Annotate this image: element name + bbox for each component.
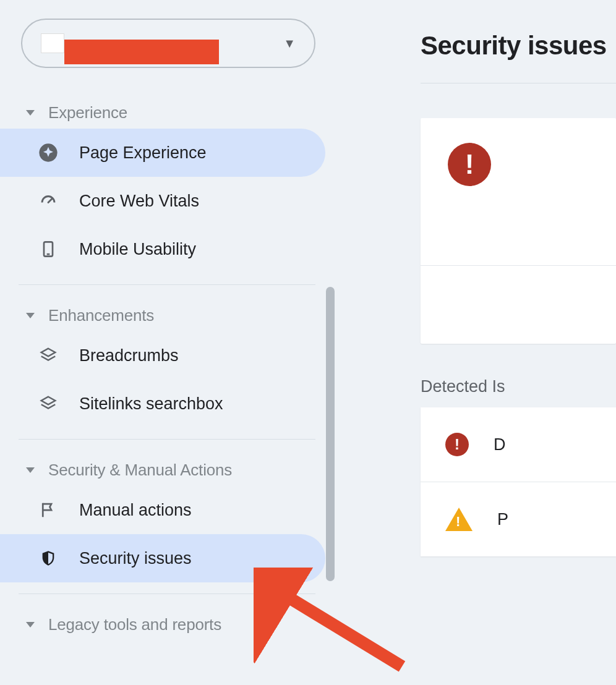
nav-item-label: Sitelinks searchbox: [79, 394, 223, 414]
property-picker[interactable]: y.co… ▼: [21, 19, 315, 68]
nav-item-page-experience[interactable]: Page Experience: [0, 129, 325, 177]
issue-text: D: [494, 435, 506, 454]
section-header-enhancements[interactable]: Enhancements: [0, 300, 334, 331]
layers-icon: [38, 394, 58, 414]
section-header-label: Legacy tools and reports: [48, 615, 221, 634]
section-header-label: Security & Manual Actions: [48, 461, 232, 480]
warning-icon: [445, 508, 473, 531]
chevron-down-icon: [26, 467, 35, 473]
section-header-label: Experience: [48, 103, 127, 122]
issues-list: ! D P: [421, 407, 616, 556]
scrollbar-thumb[interactable]: [326, 287, 335, 581]
divider: [19, 594, 315, 594]
chevron-down-icon: ▼: [283, 36, 296, 51]
nav-item-label: Security issues: [79, 549, 192, 568]
nav-item-sitelinks-searchbox[interactable]: Sitelinks searchbox: [0, 380, 325, 428]
shield-icon: [38, 548, 58, 568]
issue-text: P: [497, 510, 508, 529]
chevron-down-icon: [26, 313, 35, 318]
nav-item-security-issues[interactable]: Security issues: [0, 534, 325, 582]
section-header-security-manual[interactable]: Security & Manual Actions: [0, 454, 334, 486]
nav-item-mobile-usability[interactable]: Mobile Usability: [0, 225, 325, 273]
section-header-legacy[interactable]: Legacy tools and reports: [0, 609, 334, 640]
sidebar: y.co… ▼ Experience Page Experience Core …: [0, 0, 334, 685]
divider: [421, 83, 616, 83]
section-header-label: Enhancements: [48, 306, 154, 325]
divider: [19, 439, 315, 440]
nav-item-breadcrumbs[interactable]: Breadcrumbs: [0, 331, 325, 380]
flag-icon: [38, 500, 58, 520]
detected-issues-label: Detected Is: [421, 377, 616, 396]
layers-icon: [38, 346, 58, 365]
redaction-block: [64, 40, 219, 64]
divider: [19, 284, 315, 285]
summary-card: !: [421, 118, 616, 344]
issue-item-error[interactable]: ! D: [421, 407, 616, 482]
nav-item-label: Core Web Vitals: [79, 192, 199, 211]
chevron-down-icon: [26, 622, 35, 628]
property-thumbnail: [41, 33, 64, 53]
main: Security issues ! Detected Is ! D P: [334, 0, 616, 685]
nav-item-label: Page Experience: [79, 143, 207, 163]
nav-item-label: Mobile Usability: [79, 240, 196, 259]
gauge-icon: [38, 191, 58, 211]
mobile-icon: [38, 239, 58, 259]
nav-item-core-web-vitals[interactable]: Core Web Vitals: [0, 177, 325, 225]
nav-item-manual-actions[interactable]: Manual actions: [0, 486, 325, 534]
page-title: Security issues: [421, 0, 616, 83]
error-icon: !: [445, 433, 469, 456]
issue-item-warning[interactable]: P: [421, 482, 616, 556]
nav-item-label: Breadcrumbs: [79, 346, 179, 365]
section-header-experience[interactable]: Experience: [0, 97, 334, 129]
chevron-down-icon: [26, 110, 35, 116]
sparkle-icon: [38, 143, 58, 163]
nav-item-label: Manual actions: [79, 501, 192, 520]
error-icon: !: [448, 143, 491, 186]
